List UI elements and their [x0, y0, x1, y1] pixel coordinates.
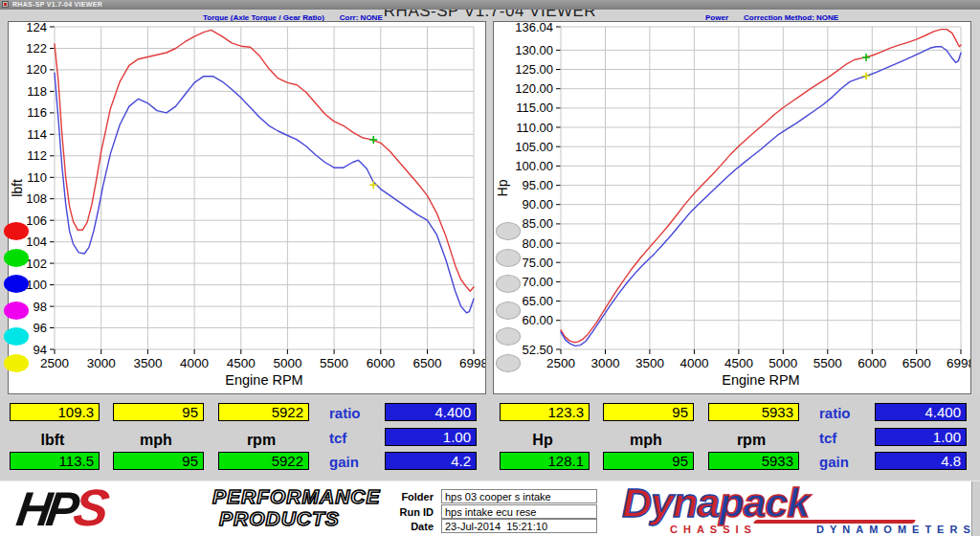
y-axis-label: Hp — [495, 179, 510, 196]
channel-swatch-gray-1[interactable] — [496, 249, 521, 267]
results-area: 109.3 95 5922 lbft mph rpm 113.5 95 5922… — [0, 396, 980, 481]
x-tick-label: 6000 — [367, 356, 395, 370]
power-cursor1-rpm: 5933 — [708, 403, 799, 421]
y-axis-label: lbft — [10, 179, 25, 197]
gain-label: gain — [329, 454, 359, 470]
torque-chart-panel: 1241221201181161141121101081061041021009… — [8, 21, 486, 394]
y-tick-label: 120.00 — [515, 81, 553, 96]
x-tick-label: 6998 — [947, 356, 970, 370]
rpm-unit-label: rpm — [216, 432, 306, 449]
y-tick-label: 100 — [26, 278, 47, 292]
dynapack-logo-dyna: Dyna — [622, 480, 719, 525]
x-tick-label: 5500 — [813, 356, 842, 370]
hps-logo-hp: HP — [13, 482, 78, 536]
x-tick-label: 5500 — [320, 356, 348, 370]
channel-swatch-4[interactable] — [4, 327, 29, 346]
x-tick-label: 2500 — [40, 356, 69, 370]
rpm-unit-label: rpm — [706, 432, 796, 449]
y-tick-label: 130.00 — [515, 43, 553, 57]
app-icon — [2, 1, 9, 8]
folder-field[interactable] — [441, 489, 597, 503]
gain-label: gain — [819, 454, 849, 470]
x-tick-label: 6000 — [858, 356, 886, 370]
x-tick-label: 4500 — [227, 356, 256, 370]
tcf-label: tcf — [329, 430, 346, 446]
channel-swatch-gray-0[interactable] — [496, 222, 521, 240]
x-tick-label: 6500 — [902, 356, 931, 370]
x-tick-label: 3500 — [133, 356, 162, 370]
channel-swatch-0[interactable] — [4, 222, 29, 240]
x-tick-label: 5000 — [768, 356, 797, 370]
x-tick-label: 3000 — [87, 356, 116, 370]
gain-value: 4.8 — [875, 452, 967, 470]
y-tick-label: 105.00 — [515, 140, 553, 154]
power-chart[interactable]: 136.04130.00125.00120.00115.00110.00105.… — [494, 22, 970, 393]
channel-swatch-gray-4[interactable] — [496, 327, 521, 346]
red-curve — [55, 30, 474, 291]
y-tick-label: 125.00 — [515, 62, 553, 77]
y-tick-label: 95.00 — [522, 178, 553, 192]
y-tick-label: 124 — [26, 22, 47, 34]
torque-cursor1-rpm: 5922 — [218, 403, 309, 421]
y-tick-label: 122 — [26, 41, 47, 56]
y-tick-label: 70.00 — [522, 275, 553, 289]
y-tick-label: 52.50 — [522, 343, 553, 357]
window-titlebar[interactable]: RHAS-SP V1.7-04 VIEWER — [0, 0, 980, 10]
power-cursor2-rpm: 5933 — [708, 452, 799, 470]
y-tick-label: 104 — [26, 234, 47, 249]
hps-tagline-line1: PERFORMANCE — [212, 485, 381, 507]
power-cursor1-mph: 95 — [603, 403, 694, 421]
x-tick-label: 5000 — [273, 356, 301, 370]
hps-logo: HPS — [13, 483, 107, 533]
channel-swatch-3[interactable] — [4, 302, 29, 320]
y-tick-label: 60.00 — [522, 313, 553, 327]
power-cursor2-value: 128.1 — [500, 452, 590, 470]
run-id-field[interactable] — [441, 504, 597, 519]
x-tick-label: 4000 — [180, 356, 209, 370]
footer: HPS PERFORMANCE PRODUCTS Folder Run ID D… — [0, 480, 980, 536]
torque-chart[interactable]: 1241221201181161141121101081061041021009… — [9, 22, 485, 393]
dynapack-logo: Dynapack — [622, 480, 809, 525]
torque-unit-label: lbft — [8, 432, 98, 449]
tcf-label: tcf — [819, 430, 836, 446]
power-cursor1-value: 123.3 — [500, 403, 590, 421]
gain-value: 4.2 — [385, 452, 477, 470]
channel-swatch-gray-5[interactable] — [496, 354, 521, 372]
channel-swatch-2[interactable] — [4, 275, 29, 293]
date-field[interactable] — [441, 519, 597, 533]
torque-cursor1-mph: 95 — [113, 403, 204, 421]
hps-tagline: PERFORMANCE PRODUCTS — [212, 485, 381, 529]
torque-cursor2-value: 113.5 — [10, 452, 100, 470]
channel-swatch-gray-2[interactable] — [496, 275, 521, 293]
channel-swatch-1[interactable] — [4, 249, 29, 267]
dynapack-tagline-chassis: CHASSIS — [670, 524, 757, 535]
ratio-label: ratio — [819, 405, 851, 421]
tcf-value: 1.00 — [875, 428, 967, 446]
red-curve — [561, 30, 961, 343]
hps-tagline-line2: PRODUCTS — [219, 507, 381, 529]
dyno-viewer-window: RHAS-SP V1.7-04 VIEWER RHAS-SP V1.7-04 V… — [0, 0, 980, 536]
power-cursor2-mph: 95 — [603, 452, 694, 470]
y-tick-label: 136.04 — [515, 22, 553, 34]
x-tick-label: 3000 — [590, 356, 619, 370]
x-tick-label: 2500 — [546, 356, 575, 370]
y-tick-label: 85.00 — [522, 216, 553, 231]
mph-unit-label: mph — [601, 432, 691, 449]
y-tick-label: 110 — [27, 170, 47, 185]
channel-swatch-gray-3[interactable] — [496, 302, 521, 320]
tcf-value: 1.00 — [385, 428, 477, 446]
power-chart-panel: 136.04130.00125.00120.00115.00110.00105.… — [493, 21, 971, 394]
y-tick-label: 100.00 — [515, 159, 553, 173]
ratio-value: 4.400 — [385, 403, 477, 421]
mph-unit-label: mph — [111, 432, 201, 449]
x-tick-label: 3500 — [635, 356, 664, 370]
y-tick-label: 116 — [27, 105, 47, 120]
x-tick-label: 6998 — [459, 356, 485, 370]
y-tick-label: 120 — [26, 62, 47, 77]
channel-swatch-5[interactable] — [4, 354, 29, 372]
torque-cursor2-mph: 95 — [113, 452, 204, 470]
ratio-label: ratio — [329, 405, 361, 421]
x-axis-label: Engine RPM — [722, 372, 799, 388]
x-tick-label: 4500 — [724, 356, 753, 370]
x-tick-label: 4000 — [679, 356, 708, 370]
